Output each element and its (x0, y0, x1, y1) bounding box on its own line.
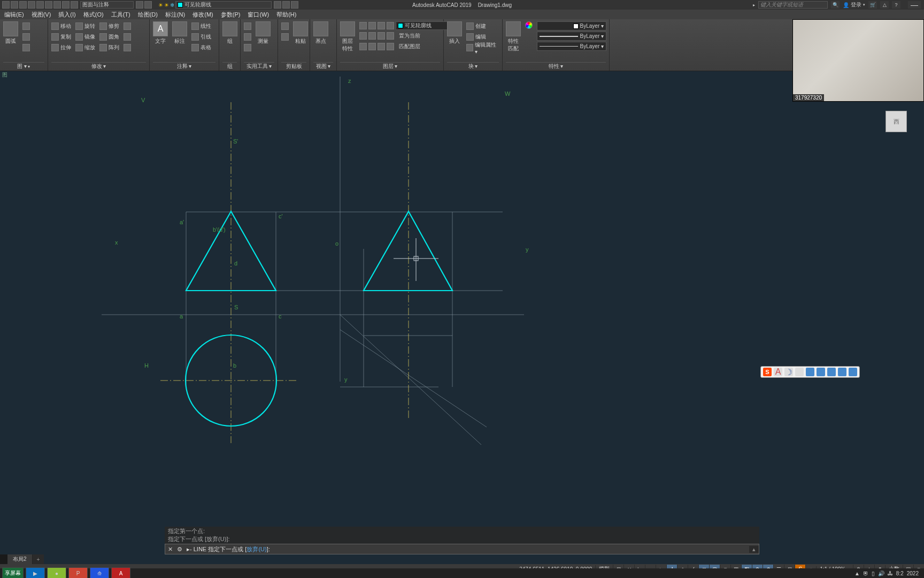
lineweight-dropdown[interactable]: ByLayer ▾ (537, 32, 606, 41)
ime-menu-icon[interactable] (849, 368, 857, 376)
scale-button[interactable]: 缩放 (75, 43, 95, 52)
add-layout-button[interactable]: + (33, 556, 44, 564)
util-btn[interactable] (244, 32, 251, 42)
mod-btn[interactable] (124, 43, 131, 52)
chevron-down-icon[interactable]: ▸ (753, 3, 755, 7)
layout-tab[interactable]: 布局2 (7, 554, 33, 564)
panel-title[interactable]: 组 (227, 63, 233, 69)
shape-button[interactable] (22, 32, 30, 42)
cube-face[interactable]: 西 (886, 111, 907, 132)
menu-item[interactable]: 编辑(E) (4, 11, 24, 19)
panel-title[interactable]: 块 ▾ (468, 63, 478, 69)
panel-title[interactable]: 特性 ▾ (549, 63, 564, 69)
task-ppt[interactable]: P (68, 567, 88, 578)
share-button[interactable]: 享屏幕 (2, 567, 24, 578)
stretch-button[interactable]: 拉伸 (51, 43, 71, 52)
dim-button[interactable]: 标注 (172, 21, 187, 45)
shape-button[interactable] (22, 43, 30, 52)
ime-voice-icon[interactable] (817, 368, 825, 376)
trim-button[interactable]: 修剪 (99, 21, 119, 31)
app-icon[interactable]: △ (880, 1, 889, 9)
layer-icon[interactable] (387, 22, 394, 29)
group-button[interactable]: 组 (222, 21, 237, 45)
minimize-button[interactable]: — (908, 1, 921, 9)
mod-btn[interactable] (124, 21, 131, 31)
view-cube[interactable]: 西 (879, 104, 913, 139)
layer-icon[interactable] (378, 22, 385, 29)
layer-icon[interactable] (368, 22, 376, 29)
panel-title[interactable]: 实用工具 ▾ (247, 63, 272, 69)
panel-title[interactable]: 图层 ▾ (383, 63, 398, 69)
array-button[interactable]: 阵列 (99, 43, 119, 52)
text-button[interactable]: A文字 (153, 21, 168, 45)
cart-icon[interactable]: 🛒 (868, 1, 877, 9)
network-icon[interactable]: 🖧 (888, 571, 893, 576)
mod-btn[interactable] (124, 32, 131, 42)
qat-icon[interactable] (282, 1, 290, 9)
cmd-options-icon[interactable]: ⚙ (175, 546, 184, 553)
signin-button[interactable]: 👤 登录 ▾ (843, 1, 865, 9)
battery-icon[interactable]: ▯ (872, 571, 875, 576)
cmd-expand-icon[interactable]: ▴ (749, 546, 759, 553)
task-autocad[interactable]: A (111, 567, 130, 578)
util-btn[interactable] (244, 21, 251, 31)
qat-icon[interactable] (36, 1, 44, 9)
qat-icon[interactable] (62, 1, 70, 9)
mirror-button[interactable]: 镜像 (75, 32, 95, 42)
matchprops-button[interactable]: 特性 匹配 (506, 21, 521, 52)
qat-icon[interactable] (71, 1, 78, 9)
edit-button[interactable]: 编辑 (466, 32, 499, 42)
ime-lang-icon[interactable]: A (774, 368, 782, 376)
menu-item[interactable]: 参数(P) (221, 11, 241, 19)
cmd-close-icon[interactable]: ✕ (165, 546, 175, 553)
task-browser[interactable]: ● (47, 567, 66, 578)
rotate-button[interactable]: 旋转 (75, 21, 95, 31)
ime-tool-icon[interactable] (838, 368, 846, 376)
util-btn[interactable] (244, 43, 251, 52)
menu-item[interactable]: 工具(T) (111, 11, 130, 19)
shape-button[interactable] (22, 21, 30, 31)
menu-item[interactable]: 插入(I) (58, 11, 75, 19)
qat-icon[interactable] (11, 1, 18, 9)
paste-button[interactable]: 粘贴 (293, 21, 308, 45)
share-icon[interactable] (274, 1, 281, 9)
ime-keyboard-icon[interactable] (806, 368, 814, 376)
tray-icon[interactable]: ⛨ (863, 571, 868, 576)
arc-button[interactable]: 圆弧 (3, 21, 18, 45)
ime-moon-icon[interactable]: ☽ (784, 368, 793, 376)
color-wheel-icon[interactable] (525, 21, 533, 29)
leader-button[interactable]: 引线 (191, 32, 211, 42)
qat-icon[interactable] (136, 1, 143, 9)
copy-button[interactable] (281, 32, 289, 42)
search-icon[interactable]: 🔍 (831, 1, 840, 9)
menu-item[interactable]: 标注(N) (165, 11, 185, 19)
menu-item[interactable]: 帮助(H) (276, 11, 296, 19)
task-app[interactable]: ▶ (26, 567, 45, 578)
qat-icon[interactable] (19, 1, 27, 9)
copy-button[interactable]: 复制 (51, 32, 71, 42)
fillet-button[interactable]: 圆角 (99, 32, 119, 42)
qat-icon[interactable] (291, 1, 298, 9)
panel-title[interactable]: 视图 ▾ (316, 63, 331, 69)
menu-item[interactable]: 绘图(D) (138, 11, 158, 19)
insert-button[interactable]: 插入 (447, 21, 462, 45)
layerprops-button[interactable]: 图层 特性 (340, 21, 355, 52)
menu-item[interactable]: 格式(O) (83, 11, 104, 19)
workspace-dropdown[interactable]: 图面与注释 (80, 1, 134, 9)
menu-item[interactable]: 窗口(W) (248, 11, 269, 19)
table-button[interactable]: 表格 (191, 43, 211, 52)
editattr-button[interactable]: 编辑属性 ▾ (466, 43, 499, 52)
tray-icon[interactable]: ▲ (854, 571, 860, 576)
color-dropdown[interactable]: ByLayer ▾ (537, 21, 606, 31)
qat-icon[interactable] (28, 1, 35, 9)
ime-skin-icon[interactable] (827, 368, 836, 376)
command-input[interactable]: ✕ ⚙ ▸- LINE 指定下一点或 [放弃(U)]: ▴ (165, 544, 759, 554)
help-icon[interactable]: ? (892, 1, 900, 9)
menu-item[interactable]: 修改(M) (192, 11, 213, 19)
drawing-canvas[interactable]: z V W S' a' c' b'(d') x o y d a c S b H … (0, 71, 924, 554)
qat-icon[interactable] (53, 1, 61, 9)
ime-logo-icon[interactable]: S (763, 368, 772, 376)
panel-title[interactable]: 注释 ▾ (177, 63, 192, 69)
qat-icon[interactable] (144, 1, 152, 9)
move-button[interactable]: 移动 (51, 21, 71, 31)
